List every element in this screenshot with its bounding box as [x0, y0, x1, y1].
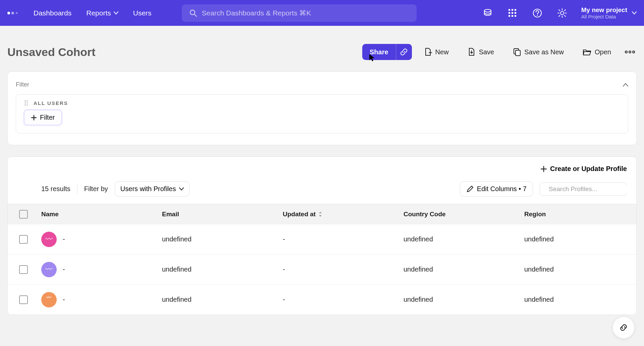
drag-handle-icon[interactable] [24, 100, 28, 106]
svg-point-5 [484, 9, 491, 12]
help-icon[interactable] [529, 5, 546, 21]
plus-icon [541, 166, 547, 172]
filter-group-card: ALL USERS Filter [16, 94, 628, 133]
filter-group-label: ALL USERS [34, 100, 68, 106]
global-search-input[interactable] [202, 9, 409, 17]
svg-point-34 [26, 102, 28, 103]
save-button[interactable]: Save [461, 44, 501, 60]
chevron-down-icon [179, 187, 184, 191]
svg-line-22 [559, 10, 560, 11]
svg-rect-9 [508, 12, 510, 14]
project-switcher[interactable]: My new project All Project Data [581, 6, 637, 19]
row-checkbox[interactable] [19, 235, 28, 244]
share-button[interactable]: Share [362, 44, 396, 60]
apps-icon[interactable] [504, 5, 521, 21]
col-country[interactable]: Country Code [404, 211, 524, 218]
cell-updated: - [283, 266, 404, 273]
separator [77, 184, 77, 194]
create-update-profile-button[interactable]: Create or Update Profile [541, 165, 627, 173]
cell-country: undefined [404, 296, 524, 303]
filter-by-label: Filter by [84, 185, 108, 193]
svg-rect-11 [515, 12, 516, 14]
floating-link-button[interactable] [612, 316, 635, 339]
col-email[interactable]: Email [162, 211, 283, 218]
page-header: Unsaved Cohort Share New Save Save as Ne… [0, 26, 644, 71]
svg-point-32 [26, 100, 28, 101]
table-row[interactable]: ˘˘ - undefined - undefined undefined und… [8, 284, 636, 314]
cell-updated: - [283, 235, 404, 243]
plus-icon [31, 115, 37, 120]
table-row[interactable]: 〰 - undefined - undefined undefined unde… [8, 224, 636, 254]
nav-users[interactable]: Users [127, 6, 158, 20]
row-checkbox[interactable] [19, 265, 28, 274]
more-horizontal-icon [625, 51, 635, 53]
svg-line-25 [559, 15, 560, 16]
table-row[interactable]: 〰 - undefined - undefined undefined unde… [8, 254, 636, 284]
folder-open-icon [583, 48, 591, 56]
search-icon [189, 9, 197, 17]
edit-columns-button[interactable]: Edit Columns • 7 [460, 181, 533, 196]
add-filter-button[interactable]: Filter [24, 110, 62, 125]
filter-by-dropdown[interactable]: Users with Profiles [115, 181, 190, 196]
cell-email: undefined [162, 296, 283, 303]
collapse-filter-icon[interactable] [623, 83, 628, 86]
more-actions-button[interactable] [623, 44, 637, 60]
svg-rect-14 [515, 15, 516, 17]
svg-rect-12 [508, 15, 510, 17]
row-checkbox[interactable] [19, 295, 28, 304]
cell-updated: - [283, 296, 404, 303]
global-search[interactable] [182, 4, 417, 22]
svg-rect-6 [508, 9, 510, 11]
select-all-checkbox[interactable] [19, 210, 28, 219]
nav-reports[interactable]: Reports [80, 6, 124, 20]
svg-point-31 [24, 100, 25, 101]
project-scope: All Project Data [581, 14, 627, 19]
avatar: 〰 [41, 232, 57, 247]
svg-point-16 [537, 15, 538, 16]
svg-point-33 [24, 102, 25, 103]
cell-region: undefined [524, 266, 637, 273]
share-link-button[interactable] [396, 44, 412, 60]
table-body: 〰 - undefined - undefined undefined unde… [8, 224, 636, 314]
svg-point-30 [633, 51, 635, 53]
svg-rect-10 [512, 12, 513, 14]
col-updated[interactable]: Updated at [283, 211, 404, 218]
profile-search-input[interactable] [549, 185, 628, 193]
svg-point-35 [24, 104, 25, 105]
col-name[interactable]: Name [41, 211, 162, 218]
svg-rect-8 [515, 9, 516, 11]
link-icon [619, 323, 628, 332]
cell-email: undefined [162, 235, 283, 243]
svg-rect-27 [516, 50, 520, 56]
svg-point-0 [7, 12, 10, 14]
profile-search[interactable] [540, 182, 627, 196]
project-name: My new project [581, 6, 627, 14]
save-icon [468, 48, 476, 56]
open-button[interactable]: Open [576, 44, 618, 60]
save-as-new-button[interactable]: Save as New [506, 44, 571, 60]
table-header: Name Email Updated at Country Code Regio… [8, 204, 636, 224]
data-icon[interactable] [479, 5, 496, 21]
svg-point-28 [625, 51, 627, 53]
svg-point-36 [26, 104, 28, 105]
svg-line-23 [565, 15, 566, 16]
settings-icon[interactable] [554, 5, 571, 21]
results-toolbar: 15 results Filter by Users with Profiles… [8, 175, 636, 204]
svg-point-29 [629, 51, 631, 53]
chevron-up-icon [623, 83, 628, 86]
filter-section-label: Filter [16, 81, 29, 88]
svg-line-24 [565, 10, 566, 11]
copy-icon [513, 48, 521, 56]
cell-region: undefined [524, 296, 637, 303]
col-region[interactable]: Region [524, 211, 637, 218]
nav-dashboards[interactable]: Dashboards [28, 6, 77, 20]
brand-menu-icon[interactable] [7, 7, 19, 19]
chevron-down-icon [632, 11, 637, 15]
new-button[interactable]: New [417, 44, 455, 60]
cell-country: undefined [404, 235, 524, 243]
cell-region: undefined [524, 235, 637, 243]
cell-country: undefined [404, 266, 524, 273]
results-card: Create or Update Profile 15 results Filt… [7, 157, 637, 315]
cell-name: 〰 - [41, 232, 162, 247]
pencil-icon [466, 185, 474, 193]
